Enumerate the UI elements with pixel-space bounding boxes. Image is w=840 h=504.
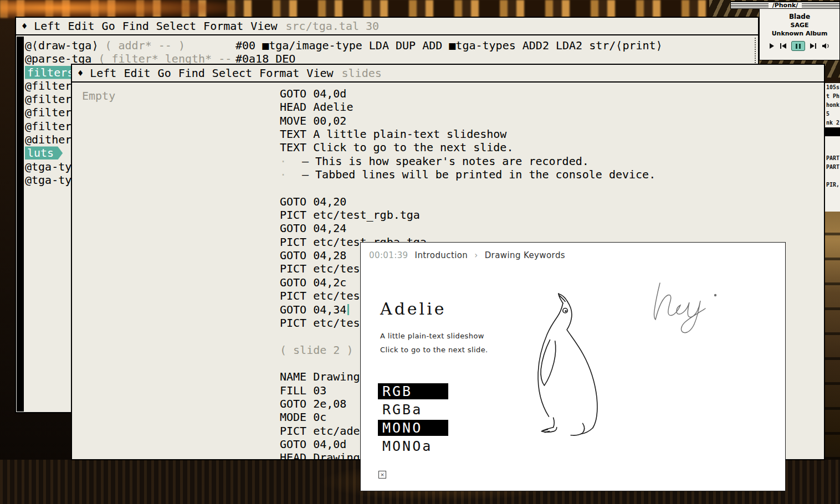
player-controls: [760, 41, 839, 51]
slide-timer: 00:01:39: [369, 250, 408, 260]
playlist-row[interactable]: [825, 145, 840, 154]
text-cursor: [347, 304, 349, 315]
code-line[interactable]: TEXT Click to go to the next slide.: [280, 141, 655, 154]
menu-format[interactable]: Format: [203, 19, 243, 33]
menu-edit[interactable]: Edit: [68, 19, 94, 33]
tab-marker: ·: [280, 168, 302, 181]
penguin-drawing: [526, 288, 634, 443]
playlist-row[interactable]: PIR,: [825, 181, 840, 189]
code-line[interactable]: GOTO 04,0d: [280, 87, 655, 100]
menubar-slides: ♦ Left Edit Go Find Select Format View s…: [72, 65, 824, 83]
code-line[interactable]: #00 ■tga/image-type LDA DUP ADD ■tga-typ…: [235, 39, 663, 52]
symbol-selected-luts[interactable]: luts: [25, 146, 63, 160]
player-playlist: 105s t Ph honk 5 nk 2 PART PART PIR,: [825, 83, 840, 212]
code-text: – Tabbed lines will be printed in the co…: [302, 168, 655, 181]
code-line[interactable]: GOTO 04,20: [280, 195, 655, 208]
playlist-row-selected[interactable]: [825, 127, 840, 136]
pause-button[interactable]: [791, 41, 805, 51]
code-line[interactable]: GOTO 04,24: [280, 222, 655, 235]
symbol-name: @tga-ty: [25, 160, 71, 173]
breadcrumb-separator-icon: ›: [474, 250, 478, 260]
breadcrumb-section[interactable]: Introduction: [415, 250, 468, 260]
document-text[interactable]: #00 ■tga/image-type LDA DUP ADD ■tga-typ…: [235, 39, 663, 66]
code-line[interactable]: PICT etc/test_rgb.tga: [280, 208, 655, 222]
slideshow-breadcrumb: 00:01:39 Introduction › Drawing Keywords: [369, 250, 565, 260]
volume-icon[interactable]: [822, 43, 830, 49]
slideshow-close-button[interactable]: ×: [378, 471, 386, 479]
playlist-row[interactable]: PART: [825, 154, 840, 163]
player-title: /Phonk/: [769, 2, 802, 8]
symbol-name: @filter: [25, 79, 71, 92]
playlist-row[interactable]: [825, 136, 840, 145]
slide-text-line: A little plain-text slideshow: [380, 329, 488, 343]
menu-find[interactable]: Find: [122, 19, 149, 33]
symbol-name: @filter: [25, 120, 71, 133]
window-slideshow: 00:01:39 Introduction › Drawing Keywords…: [360, 242, 786, 491]
app-menu-icon[interactable]: ♦: [78, 68, 83, 79]
menu-edit[interactable]: Edit: [124, 66, 150, 80]
next-button[interactable]: [810, 43, 817, 49]
menu-go[interactable]: Go: [102, 19, 115, 33]
code-line[interactable]: TEXT A little plain-text slideshow: [280, 127, 655, 141]
code-text: – This is how speaker's notes are record…: [302, 155, 589, 168]
play-icon[interactable]: [769, 43, 775, 49]
player-titlebar[interactable]: /Phonk/: [730, 1, 840, 9]
tab-marker: ·: [280, 155, 302, 168]
playlist-row[interactable]: 5: [825, 110, 840, 119]
player-window: Blade SAGE Unknown Album: [759, 9, 840, 60]
symbol-name: @tga-ty: [25, 173, 71, 187]
player-album: Unknown Album: [760, 30, 839, 37]
symbol-entry[interactable]: @⟨draw-tga⟩( addr* -- ): [25, 39, 232, 52]
scrollbar[interactable]: [17, 37, 24, 412]
slide-menu: RGB RGBa MONO MONOa: [378, 383, 448, 456]
code-line[interactable]: ·– This is how speaker's notes are recor…: [280, 155, 655, 168]
menu-find[interactable]: Find: [178, 66, 205, 80]
menu-select[interactable]: Select: [212, 66, 252, 80]
code-line[interactable]: MOVE 00,02: [280, 114, 655, 127]
menu-item-rgba[interactable]: RGBa: [378, 402, 448, 418]
menu-view[interactable]: View: [250, 19, 277, 33]
menu-item-mono[interactable]: MONO: [378, 420, 448, 436]
breadcrumb-slide[interactable]: Drawing Keywords: [485, 250, 565, 260]
symbol-name: @dither: [25, 133, 71, 146]
playlist-row[interactable]: PART: [825, 163, 840, 172]
code-text: GOTO 04,34: [280, 303, 346, 316]
player-artist: SAGE: [760, 22, 839, 29]
symbol-name: @⟨draw-tga⟩: [25, 39, 98, 52]
file-label: src/tga.tal 30: [286, 19, 380, 33]
code-line[interactable]: [280, 181, 655, 194]
playlist-row[interactable]: nk 2: [825, 119, 840, 127]
symbol-name: @filter: [25, 106, 71, 119]
code-line[interactable]: HEAD Adelie: [280, 100, 655, 114]
symbol-comment: ( addr* -- ): [105, 39, 185, 52]
file-label: slides: [342, 66, 382, 80]
wallpaper-glow: [0, 0, 238, 19]
handwritten-hey: [648, 273, 742, 340]
menu-format[interactable]: Format: [259, 66, 299, 80]
menu-select[interactable]: Select: [156, 19, 196, 33]
app-menu-icon[interactable]: ♦: [22, 20, 27, 32]
slide-title: Adelie: [380, 299, 447, 318]
player-track: Blade: [760, 13, 839, 20]
menu-left[interactable]: Left: [34, 19, 60, 33]
menubar-tga: ♦ Left Edit Go Find Select Format View s…: [16, 18, 758, 35]
playlist-row[interactable]: 105s: [825, 83, 840, 92]
slide-text-line: Click to go to the next slide.: [380, 343, 488, 357]
menu-left[interactable]: Left: [90, 66, 116, 80]
menu-view[interactable]: View: [306, 66, 333, 80]
playlist-row[interactable]: honk: [825, 101, 840, 110]
pause-icon: [796, 44, 797, 49]
menu-go[interactable]: Go: [158, 66, 171, 80]
symbol-panel-empty-label: Empty: [82, 89, 115, 102]
playlist-row[interactable]: [825, 172, 840, 181]
previous-button[interactable]: [779, 43, 787, 49]
symbol-name: @filter: [25, 92, 71, 106]
code-line[interactable]: ·– Tabbed lines will be printed in the c…: [280, 168, 655, 181]
playlist-row[interactable]: t Ph: [825, 92, 840, 101]
menu-item-monoa[interactable]: MONOa: [378, 438, 448, 454]
slide-body-text: A little plain-text slideshow Click to g…: [380, 329, 488, 357]
menu-item-rgb[interactable]: RGB: [378, 383, 448, 399]
